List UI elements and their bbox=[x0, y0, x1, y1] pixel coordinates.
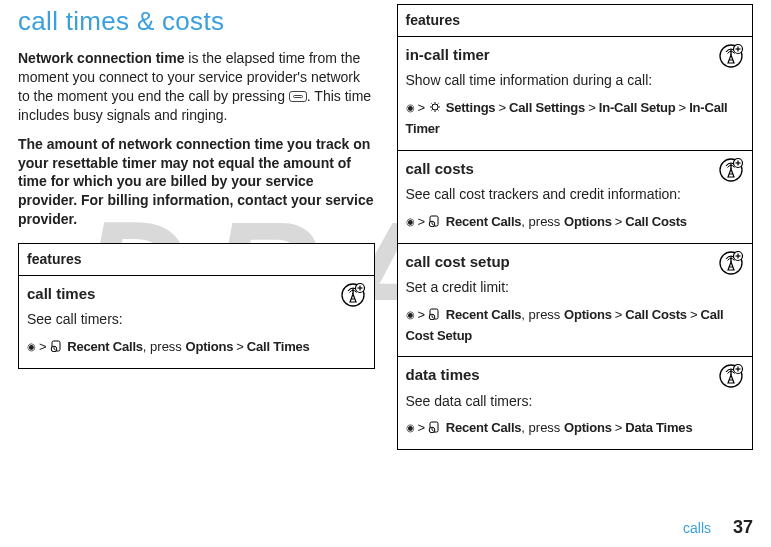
antenna-badge-icon bbox=[718, 363, 744, 389]
features-table-left: features call timesSee call timers:◉> Re… bbox=[18, 243, 375, 369]
features-table-right: features in-call timerShow call time inf… bbox=[397, 4, 754, 450]
billing-warning: The amount of network connection time yo… bbox=[18, 135, 375, 229]
feature-desc: Show call time information during a call… bbox=[406, 71, 745, 90]
feature-cell: call timesSee call timers:◉> Recent Call… bbox=[19, 276, 375, 369]
feature-cell: in-call timerShow call time information … bbox=[397, 36, 753, 150]
feature-desc: See call cost trackers and credit inform… bbox=[406, 185, 745, 204]
center-key-icon: ◉ bbox=[406, 309, 415, 320]
feature-cell: call costsSee call cost trackers and cre… bbox=[397, 150, 753, 243]
feature-name: call times bbox=[27, 284, 366, 304]
intro-lead: Network connection time bbox=[18, 50, 184, 66]
center-key-icon: ◉ bbox=[406, 102, 415, 113]
page-footer: calls 37 bbox=[683, 515, 753, 539]
end-key-icon bbox=[289, 91, 307, 102]
feature-name: call costs bbox=[406, 159, 745, 179]
feature-desc: See call timers: bbox=[27, 310, 366, 329]
antenna-badge-icon bbox=[718, 43, 744, 69]
feature-desc: Set a credit limit: bbox=[406, 278, 745, 297]
features-header: features bbox=[397, 5, 753, 37]
feature-path: ◉> Settings>Call Settings>In-Call Setup>… bbox=[406, 98, 745, 140]
feature-desc: See data call timers: bbox=[406, 392, 745, 411]
recent-calls-icon bbox=[50, 338, 64, 350]
recent-calls-icon bbox=[428, 213, 442, 225]
antenna-badge-icon bbox=[718, 250, 744, 276]
center-key-icon: ◉ bbox=[406, 422, 415, 433]
footer-section: calls bbox=[683, 520, 711, 536]
feature-name: call cost setup bbox=[406, 252, 745, 272]
feature-cell: data timesSee data call timers:◉> Recent… bbox=[397, 357, 753, 450]
feature-path: ◉> Recent Calls, press Options>Call Cost… bbox=[406, 305, 745, 347]
feature-cell: call cost setupSet a credit limit:◉> Rec… bbox=[397, 243, 753, 357]
center-key-icon: ◉ bbox=[406, 216, 415, 227]
recent-calls-icon bbox=[428, 306, 442, 318]
center-key-icon: ◉ bbox=[27, 341, 36, 352]
feature-path: ◉> Recent Calls, press Options>Data Time… bbox=[406, 418, 745, 439]
feature-name: data times bbox=[406, 365, 745, 385]
intro-paragraph: Network connection time is the elapsed t… bbox=[18, 49, 375, 125]
features-header: features bbox=[19, 244, 375, 276]
antenna-badge-icon bbox=[340, 282, 366, 308]
feature-path: ◉> Recent Calls, press Options>Call Time… bbox=[27, 337, 366, 358]
recent-calls-icon bbox=[428, 419, 442, 431]
feature-name: in-call timer bbox=[406, 45, 745, 65]
feature-path: ◉> Recent Calls, press Options>Call Cost… bbox=[406, 212, 745, 233]
page-title: call times & costs bbox=[18, 4, 375, 39]
settings-icon bbox=[428, 99, 442, 111]
antenna-badge-icon bbox=[718, 157, 744, 183]
footer-page-number: 37 bbox=[733, 517, 753, 537]
